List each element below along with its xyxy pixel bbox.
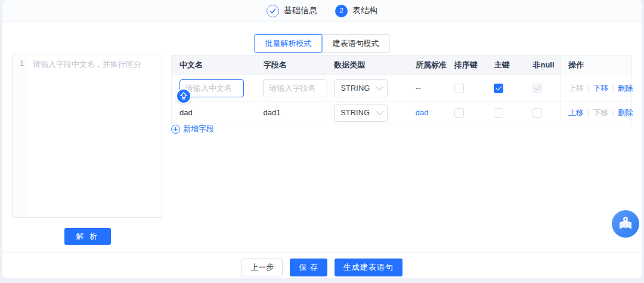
field-name-value: dad1 [264,108,281,117]
not-null-checkbox [532,84,542,93]
data-type-select[interactable]: STRING [334,104,388,122]
action-separator: | [587,108,589,117]
save-button[interactable]: 保 存 [290,259,327,276]
check-circle-icon [267,5,279,17]
parse-button[interactable]: 解 析 [64,228,111,245]
tab-sql-statement-mode[interactable]: 建表语句模式 [322,34,390,53]
previous-step-button[interactable]: 上一步 [242,259,283,276]
action-separator: | [587,84,589,93]
not-null-checkbox[interactable] [532,108,542,118]
chevron-down-icon [376,83,384,91]
add-field-button[interactable]: 新增字段 [171,124,214,134]
shift-input-icon[interactable] [176,88,191,104]
step-number-badge: 2 [335,5,348,17]
cn-name-value: dad [179,108,193,117]
table-header-row: 中文名 字段名 数据类型 所属标准 排序键 主键 非null 操作 [172,56,631,75]
move-up-link: 上移 [568,83,584,94]
col-header-not-null: 非null [527,56,561,75]
primary-key-checkbox[interactable] [494,108,503,118]
chevron-down-icon [376,107,383,115]
col-header-sort-key: 排序键 [448,56,488,75]
col-header-data-type: 数据类型 [326,56,408,75]
mode-tabs: 批量解析模式 建表语句模式 [255,34,390,53]
step-table-structure: 2 表结构 [335,5,377,17]
sort-key-checkbox[interactable] [454,108,464,118]
move-up-link[interactable]: 上移 [568,107,584,118]
data-type-value: STRING [340,84,370,93]
stepper: 基础信息 2 表结构 [2,0,642,22]
standard-value: -- [416,84,421,93]
editor-placeholder: 请输入字段中文名，并换行区分 [27,54,162,217]
add-field-label: 新增字段 [183,124,214,134]
plus-circle-icon [171,125,180,134]
line-number: 1 [20,59,24,67]
col-header-cn-name: 中文名 [172,56,256,75]
fields-table: 中文名 字段名 数据类型 所属标准 排序键 主键 非null 操作 STRING [171,55,632,124]
table-row: STRING -- 上移 | 下移 | 删除 [172,75,631,101]
col-header-actions: 操作 [561,56,631,75]
field-name-input[interactable] [263,79,327,97]
generate-sql-button[interactable]: 生成建表语句 [335,259,402,276]
main-panel: 基础信息 2 表结构 批量解析模式 建表语句模式 1 请输入字段中文名，并换行区… [2,0,642,278]
delete-link[interactable]: 删除 [618,83,633,94]
action-separator: | [612,84,614,93]
primary-key-checkbox[interactable] [494,84,503,93]
move-down-link[interactable]: 下移 [593,83,608,94]
sort-key-checkbox[interactable] [454,84,464,93]
line-number-gutter: 1 [13,54,27,217]
map-guide-icon[interactable] [612,210,639,238]
col-header-primary-key: 主键 [488,56,528,75]
action-separator: | [612,108,614,117]
table-row: dad dad1 STRING dad 上移 | 下移 | 删除 [172,101,631,124]
standard-link[interactable]: dad [416,108,429,117]
footer-bar: 上一步 保 存 生成建表语句 [2,252,642,278]
col-header-field-name: 字段名 [256,56,326,75]
step-table-structure-label: 表结构 [352,5,377,16]
col-header-standard: 所属标准 [408,56,448,75]
field-names-editor[interactable]: 1 请输入字段中文名，并换行区分 [12,54,162,218]
data-type-value: STRING [340,109,370,117]
tab-batch-parse-mode[interactable]: 批量解析模式 [255,34,323,53]
data-type-select[interactable]: STRING [334,79,388,97]
step-basic-info-label: 基础信息 [284,5,317,16]
delete-link[interactable]: 删除 [618,107,633,118]
move-down-link: 下移 [593,107,608,118]
step-basic-info: 基础信息 [267,5,317,17]
